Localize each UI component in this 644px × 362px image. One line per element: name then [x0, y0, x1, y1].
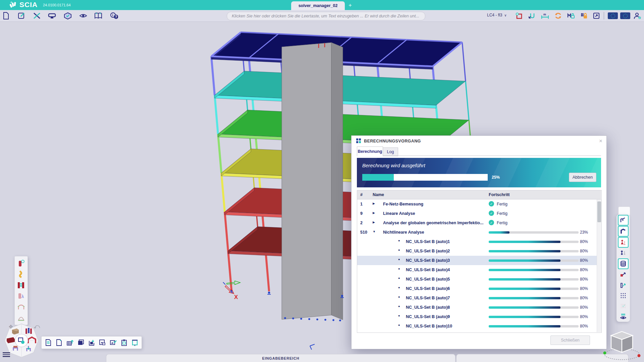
dot-grid-icon[interactable]: [618, 291, 628, 301]
dashed-circle-icon: [611, 14, 615, 18]
node-support-icon[interactable]: [618, 269, 628, 280]
radial-menu-center[interactable]: [15, 334, 28, 347]
refresh-icon[interactable]: [554, 12, 562, 20]
document-new-icon[interactable]: [55, 339, 63, 347]
close-icon[interactable]: ×: [599, 138, 602, 144]
row-status: Fertig: [497, 202, 507, 206]
calculation-dialog: BERECHNUNGSVORGANG × Berechnung Log Bere…: [351, 135, 607, 349]
menu-hamburger[interactable]: [3, 351, 10, 358]
book-icon[interactable]: [94, 12, 102, 20]
column-arrow-icon[interactable]: [618, 280, 628, 290]
command-input[interactable]: Klicken Sie hier oder drücken Sie die Le…: [227, 12, 425, 20]
undo-arrow-icon[interactable]: ⤺: [34, 323, 40, 330]
input-area-panel-header[interactable]: EINGABEBEREICH: [106, 354, 455, 362]
expand-icon[interactable]: [592, 12, 600, 20]
image-save-icon[interactable]: [98, 339, 106, 347]
table-row[interactable]: ●NC_ULS-Set B (auto)780%: [357, 293, 597, 303]
table-row[interactable]: ●NC_ULS-Set B (auto)880%: [357, 303, 597, 312]
table-row[interactable]: ●NC_ULS-Set B (auto)680%: [357, 284, 597, 293]
table-row[interactable]: ●NC_ULS-Set B (auto)580%: [357, 275, 597, 284]
new-document-icon[interactable]: [2, 12, 10, 20]
nav-cube-body[interactable]: [611, 331, 633, 352]
scrollbar-thumb[interactable]: [597, 201, 601, 222]
cube-check-icon[interactable]: [64, 12, 72, 20]
arch-frame-icon[interactable]: [17, 303, 25, 311]
svg-text:i: i: [112, 13, 113, 17]
row-name: Analyse der globalen geometrischen Imper…: [383, 221, 483, 225]
expand-arrow-icon[interactable]: ▶: [373, 211, 375, 215]
check-circle-icon: ✓: [489, 210, 494, 216]
nav-ring-red-dot[interactable]: [638, 354, 641, 357]
tab-log[interactable]: Log: [383, 147, 398, 156]
table-row[interactable]: ●NC_ULS-Set B (auto)980%: [357, 312, 597, 321]
curved-beam-icon[interactable]: [17, 270, 25, 278]
table-header: # Name Fortschritt: [357, 190, 601, 199]
table-row[interactable]: 9▶Lineare Analyse✓Fertig: [357, 209, 597, 218]
help-bubbles-icon[interactable]: i ?: [110, 12, 118, 20]
table-row[interactable]: ●NC_ULS-Set B (auto)1080%: [357, 321, 597, 331]
table-row[interactable]: 510▼Nichtlineare Analyse23%: [357, 228, 597, 237]
table-row[interactable]: 2▶Analyse der globalen geometrischen Imp…: [357, 218, 597, 228]
row-progress-fill: [489, 241, 560, 243]
bullet-icon: ●: [398, 323, 400, 327]
tools-icon[interactable]: [33, 12, 41, 20]
nav-ring-green-dot[interactable]: [603, 352, 606, 355]
center-lock-icon: [21, 341, 24, 344]
measure-icon[interactable]: m: [541, 12, 549, 20]
table-scrollbar[interactable]: [597, 199, 601, 332]
person-load-icon[interactable]: [618, 237, 629, 248]
table-row[interactable]: ●NC_ULS-Set B (auto)480%: [357, 265, 597, 275]
row-progress-fill: [489, 259, 560, 262]
shell-dome-icon[interactable]: [17, 314, 25, 322]
project-tab[interactable]: solver_manager_02: [291, 1, 345, 10]
ucs-icon[interactable]: [528, 12, 536, 20]
expand-arrow-icon[interactable]: ▶: [373, 221, 375, 224]
table-row[interactable]: ●NC_ULS-Set B (auto)180%: [357, 237, 597, 246]
edit-icon[interactable]: [17, 12, 25, 20]
images-stack-icon[interactable]: [77, 339, 85, 347]
snap-lock-icon[interactable]: [580, 12, 588, 20]
image-check-icon[interactable]: [109, 339, 117, 347]
selection-rectangle-icon[interactable]: [515, 12, 523, 20]
plate-lambda-icon[interactable]: λ: [17, 292, 25, 300]
new-tab-button[interactable]: +: [346, 1, 354, 9]
move-cross-icon[interactable]: ✥: [9, 324, 13, 330]
database-icon[interactable]: [618, 258, 629, 269]
dimension-lock-icon[interactable]: [567, 12, 575, 20]
row-progress-bar: [489, 306, 579, 309]
updown-arrows-icon[interactable]: [618, 248, 628, 258]
table-row[interactable]: ●NC_ULS-Set B (auto)380%: [357, 256, 597, 265]
board-icon[interactable]: [131, 339, 139, 347]
project-icon[interactable]: [48, 12, 56, 20]
layer-button[interactable]: [608, 12, 618, 19]
braced-frame-icon[interactable]: [17, 281, 25, 289]
col-num: #: [360, 192, 363, 197]
table-row[interactable]: 1▶Fe-Netz-Bemessung✓Fertig: [357, 199, 597, 209]
chevron-down-icon: ∨: [504, 13, 506, 17]
layer-button[interactable]: [620, 12, 630, 19]
image-import-icon[interactable]: [88, 339, 96, 347]
dialog-titlebar[interactable]: BERECHNUNGSVORGANG: [356, 138, 421, 143]
row-name: Fe-Netz-Bemessung: [383, 202, 423, 206]
document-lines-icon[interactable]: [44, 339, 52, 347]
column-icon[interactable]: [17, 259, 25, 267]
expand-arrow-icon[interactable]: ▶: [373, 202, 375, 205]
clipboard-image-icon[interactable]: [120, 339, 128, 347]
table-row[interactable]: ●NC_ULS-Set B (auto)280%: [357, 246, 597, 256]
visibility-icon[interactable]: [618, 311, 628, 321]
tab-berechnung[interactable]: Berechnung: [357, 146, 383, 156]
frame-corner-icon[interactable]: [618, 215, 629, 226]
eye-icon[interactable]: [79, 12, 87, 20]
collapse-arrow-icon[interactable]: ▼: [373, 230, 376, 233]
version-label: 24.0100.0171.64: [43, 3, 71, 7]
load-case-select[interactable]: LC4 - fl3 ∨: [487, 13, 507, 17]
navigation-cube[interactable]: [600, 327, 644, 362]
schliessen-button[interactable]: Schließen: [550, 336, 590, 345]
user-icon[interactable]: [633, 12, 641, 20]
frame-corner-filled-icon[interactable]: [618, 226, 629, 237]
table-export-icon[interactable]: [66, 339, 74, 347]
checklist-icon[interactable]: [618, 301, 628, 311]
row-name: NC_ULS-Set B (auto)4: [406, 267, 450, 272]
columns-group-icon[interactable]: [25, 328, 32, 334]
cancel-button[interactable]: Abbrechen: [569, 173, 596, 182]
